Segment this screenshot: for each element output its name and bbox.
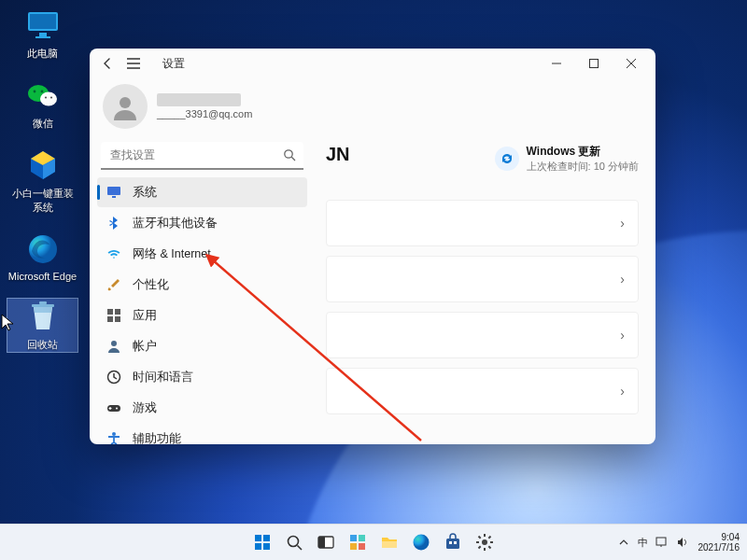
- settings-nav: _____3391@qq.com 系统 蓝牙和其他设备 网络 & Interne…: [90, 78, 315, 444]
- nav-item-time[interactable]: 时间和语言: [97, 362, 307, 392]
- svg-rect-27: [112, 196, 116, 198]
- windows-update-tile[interactable]: Windows 更新 上次检查时间: 10 分钟前: [495, 144, 639, 174]
- svg-rect-39: [263, 535, 270, 541]
- nav-item-system[interactable]: 系统: [97, 177, 307, 207]
- nav-item-accounts[interactable]: 帐户: [97, 331, 307, 361]
- nav-item-personal[interactable]: 个性化: [97, 270, 307, 300]
- svg-point-51: [414, 535, 430, 551]
- avatar: [103, 84, 148, 129]
- nav-item-label: 辅助功能: [133, 431, 181, 445]
- settings-rows: ››››: [326, 200, 639, 414]
- svg-point-32: [111, 341, 117, 346]
- desktop-icon-label: 此电脑: [27, 47, 58, 61]
- svg-rect-52: [446, 539, 459, 549]
- svg-point-35: [116, 408, 118, 410]
- svg-point-9: [49, 96, 51, 98]
- taskbar-search[interactable]: [282, 530, 306, 554]
- svg-point-23: [120, 97, 131, 108]
- desktop-icon-label: 小白一键重装系统: [7, 187, 78, 215]
- svg-point-8: [44, 96, 46, 98]
- nav-item-gaming[interactable]: 游戏: [97, 393, 307, 423]
- back-button[interactable]: [101, 57, 114, 70]
- wifi-icon: [106, 246, 121, 261]
- minimize-button[interactable]: [538, 49, 575, 78]
- search-input[interactable]: [101, 142, 303, 170]
- svg-rect-64: [656, 538, 666, 545]
- settings-row[interactable]: ›: [326, 368, 639, 414]
- svg-point-36: [112, 432, 116, 436]
- wechat-icon: [25, 77, 61, 113]
- nav-item-label: 时间和语言: [133, 370, 193, 385]
- chevron-right-icon: ›: [620, 272, 625, 287]
- desktop-icon-this-pc[interactable]: 此电脑: [7, 7, 78, 61]
- svg-point-6: [33, 91, 35, 93]
- settings-row[interactable]: ›: [326, 312, 639, 358]
- taskbar-center: [250, 530, 497, 554]
- clock-icon: [106, 370, 121, 385]
- svg-line-25: [291, 157, 295, 161]
- nav-item-apps[interactable]: 应用: [97, 301, 307, 330]
- svg-point-42: [289, 537, 299, 547]
- settings-row[interactable]: ›: [326, 200, 639, 246]
- settings-search[interactable]: [101, 142, 303, 170]
- account-name-redacted: [157, 93, 241, 106]
- account-header[interactable]: _____3391@qq.com: [97, 78, 307, 140]
- desktop-icon-label: 回收站: [27, 338, 58, 352]
- hamburger-icon[interactable]: [127, 57, 140, 70]
- start-button[interactable]: [250, 530, 275, 554]
- taskbar[interactable]: 中 9:04 2021/7/16: [0, 524, 747, 560]
- svg-rect-48: [350, 543, 357, 550]
- taskbar-clock[interactable]: 9:04 2021/7/16: [698, 532, 740, 553]
- svg-rect-31: [115, 316, 120, 322]
- clock-date: 2021/7/16: [698, 542, 740, 553]
- game-icon: [106, 400, 121, 415]
- settings-row[interactable]: ›: [326, 256, 639, 302]
- page-title-fragment: JN: [326, 144, 350, 165]
- nav-item-label: 帐户: [133, 339, 157, 355]
- ime-indicator[interactable]: 中: [638, 536, 648, 550]
- desktop-icon-edge[interactable]: Microsoft Edge: [7, 231, 78, 282]
- svg-line-60: [479, 537, 481, 539]
- svg-rect-49: [359, 543, 365, 550]
- brush-icon: [106, 277, 121, 292]
- task-view[interactable]: [314, 530, 338, 554]
- file-explorer[interactable]: [377, 530, 402, 554]
- taskbar-edge[interactable]: [409, 530, 433, 554]
- chevron-right-icon: ›: [620, 384, 625, 399]
- maximize-button[interactable]: [575, 49, 613, 78]
- svg-rect-40: [255, 543, 261, 550]
- svg-rect-28: [107, 309, 113, 315]
- svg-rect-30: [107, 316, 113, 322]
- settings-content: JN Windows 更新 上次检查时间: 10 分钟前 ››››: [315, 78, 655, 444]
- svg-rect-1: [30, 14, 56, 29]
- volume-icon[interactable]: [676, 537, 689, 548]
- titlebar[interactable]: 设置: [90, 49, 655, 78]
- edge-icon: [25, 231, 61, 267]
- installer-icon: [25, 147, 61, 183]
- nav-item-bluetooth[interactable]: 蓝牙和其他设备: [97, 208, 307, 238]
- desktop-icon-wechat[interactable]: 微信: [7, 77, 78, 131]
- network-icon[interactable]: [655, 537, 669, 548]
- system-tray[interactable]: 中 9:04 2021/7/16: [619, 532, 748, 553]
- widgets[interactable]: [345, 530, 370, 554]
- microsoft-store[interactable]: [441, 530, 465, 554]
- svg-point-24: [285, 150, 292, 158]
- desktop-icon-column: 此电脑 微信 小白一键重装系统 Microsoft Edge 回收站: [7, 7, 78, 369]
- settings-window: 设置 _____3391@qq.com: [90, 49, 655, 444]
- nav-item-access[interactable]: 辅助功能: [97, 424, 307, 444]
- svg-rect-3: [35, 36, 50, 38]
- tray-chevron-icon[interactable]: [619, 538, 628, 547]
- desktop-icon-recycle-bin[interactable]: 回收站: [7, 299, 78, 352]
- svg-rect-50: [382, 541, 397, 548]
- svg-line-61: [488, 546, 490, 548]
- nav-list: 系统 蓝牙和其他设备 网络 & Internet 个性化 应用 帐户 时间和语言…: [97, 177, 307, 444]
- nav-item-label: 蓝牙和其他设备: [133, 216, 218, 231]
- nav-item-network[interactable]: 网络 & Internet: [97, 239, 307, 269]
- taskbar-settings[interactable]: [472, 530, 497, 554]
- svg-rect-15: [39, 301, 47, 304]
- desktop-icon-xiaobai[interactable]: 小白一键重装系统: [7, 147, 78, 215]
- update-subtitle: 上次检查时间: 10 分钟前: [527, 160, 639, 174]
- nav-item-label: 系统: [133, 185, 157, 201]
- svg-rect-38: [255, 535, 261, 541]
- close-button[interactable]: [613, 49, 650, 78]
